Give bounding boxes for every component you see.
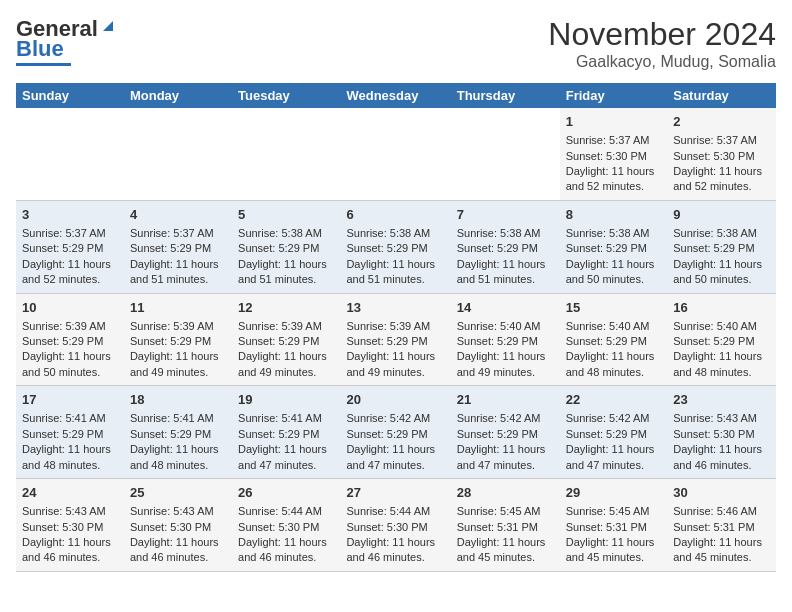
calendar-cell: 28Sunrise: 5:45 AMSunset: 5:31 PMDayligh… [451,479,560,572]
day-number: 8 [566,206,662,224]
sunrise-text: Sunrise: 5:42 AM [346,411,444,426]
sunset-text: Sunset: 5:29 PM [130,241,226,256]
sunrise-text: Sunrise: 5:45 AM [457,504,554,519]
calendar-cell: 21Sunrise: 5:42 AMSunset: 5:29 PMDayligh… [451,386,560,479]
title-area: November 2024 Gaalkacyo, Mudug, Somalia [548,16,776,71]
calendar-week-2: 3Sunrise: 5:37 AMSunset: 5:29 PMDaylight… [16,200,776,293]
calendar-cell: 1Sunrise: 5:37 AMSunset: 5:30 PMDaylight… [560,108,668,200]
daylight-text: Daylight: 11 hours and 52 minutes. [673,164,770,195]
day-number: 20 [346,391,444,409]
calendar-cell: 30Sunrise: 5:46 AMSunset: 5:31 PMDayligh… [667,479,776,572]
sunrise-text: Sunrise: 5:37 AM [22,226,118,241]
day-number: 24 [22,484,118,502]
sunrise-text: Sunrise: 5:38 AM [238,226,334,241]
sunrise-text: Sunrise: 5:39 AM [346,319,444,334]
day-number: 7 [457,206,554,224]
daylight-text: Daylight: 11 hours and 52 minutes. [22,257,118,288]
calendar-header: Sunday Monday Tuesday Wednesday Thursday… [16,83,776,108]
sunrise-text: Sunrise: 5:41 AM [22,411,118,426]
daylight-text: Daylight: 11 hours and 49 minutes. [238,349,334,380]
sunset-text: Sunset: 5:30 PM [346,520,444,535]
calendar-body: 1Sunrise: 5:37 AMSunset: 5:30 PMDaylight… [16,108,776,571]
day-number: 30 [673,484,770,502]
sunset-text: Sunset: 5:29 PM [566,427,662,442]
col-thursday: Thursday [451,83,560,108]
calendar-cell: 9Sunrise: 5:38 AMSunset: 5:29 PMDaylight… [667,200,776,293]
day-number: 5 [238,206,334,224]
sunset-text: Sunset: 5:29 PM [346,241,444,256]
sunrise-text: Sunrise: 5:39 AM [238,319,334,334]
calendar-cell: 29Sunrise: 5:45 AMSunset: 5:31 PMDayligh… [560,479,668,572]
day-number: 21 [457,391,554,409]
day-number: 10 [22,299,118,317]
daylight-text: Daylight: 11 hours and 49 minutes. [130,349,226,380]
calendar-cell [124,108,232,200]
day-number: 4 [130,206,226,224]
sunset-text: Sunset: 5:29 PM [673,241,770,256]
sunset-text: Sunset: 5:30 PM [673,427,770,442]
calendar-cell [451,108,560,200]
calendar-week-5: 24Sunrise: 5:43 AMSunset: 5:30 PMDayligh… [16,479,776,572]
sunrise-text: Sunrise: 5:39 AM [22,319,118,334]
calendar-cell: 11Sunrise: 5:39 AMSunset: 5:29 PMDayligh… [124,293,232,386]
calendar-cell: 17Sunrise: 5:41 AMSunset: 5:29 PMDayligh… [16,386,124,479]
calendar-cell [16,108,124,200]
sunset-text: Sunset: 5:29 PM [566,241,662,256]
calendar-week-4: 17Sunrise: 5:41 AMSunset: 5:29 PMDayligh… [16,386,776,479]
daylight-text: Daylight: 11 hours and 51 minutes. [457,257,554,288]
day-number: 14 [457,299,554,317]
header-row: Sunday Monday Tuesday Wednesday Thursday… [16,83,776,108]
day-number: 1 [566,113,662,131]
daylight-text: Daylight: 11 hours and 46 minutes. [346,535,444,566]
sunset-text: Sunset: 5:29 PM [457,427,554,442]
sunset-text: Sunset: 5:31 PM [566,520,662,535]
calendar-cell: 2Sunrise: 5:37 AMSunset: 5:30 PMDaylight… [667,108,776,200]
daylight-text: Daylight: 11 hours and 45 minutes. [566,535,662,566]
calendar-cell: 15Sunrise: 5:40 AMSunset: 5:29 PMDayligh… [560,293,668,386]
page-header: General Blue November 2024 Gaalkacyo, Mu… [16,16,776,71]
daylight-text: Daylight: 11 hours and 45 minutes. [673,535,770,566]
calendar-cell: 18Sunrise: 5:41 AMSunset: 5:29 PMDayligh… [124,386,232,479]
daylight-text: Daylight: 11 hours and 52 minutes. [566,164,662,195]
day-number: 23 [673,391,770,409]
day-number: 25 [130,484,226,502]
daylight-text: Daylight: 11 hours and 48 minutes. [130,442,226,473]
day-number: 29 [566,484,662,502]
daylight-text: Daylight: 11 hours and 51 minutes. [238,257,334,288]
sunrise-text: Sunrise: 5:38 AM [566,226,662,241]
day-number: 13 [346,299,444,317]
day-number: 11 [130,299,226,317]
sunset-text: Sunset: 5:29 PM [457,241,554,256]
sunset-text: Sunset: 5:29 PM [457,334,554,349]
logo: General Blue [16,16,117,66]
sunset-text: Sunset: 5:31 PM [457,520,554,535]
location-title: Gaalkacyo, Mudug, Somalia [548,53,776,71]
sunrise-text: Sunrise: 5:37 AM [130,226,226,241]
day-number: 26 [238,484,334,502]
calendar-cell [232,108,340,200]
sunset-text: Sunset: 5:30 PM [22,520,118,535]
day-number: 28 [457,484,554,502]
calendar-cell: 24Sunrise: 5:43 AMSunset: 5:30 PMDayligh… [16,479,124,572]
sunrise-text: Sunrise: 5:44 AM [238,504,334,519]
calendar-cell: 16Sunrise: 5:40 AMSunset: 5:29 PMDayligh… [667,293,776,386]
col-saturday: Saturday [667,83,776,108]
calendar-cell: 6Sunrise: 5:38 AMSunset: 5:29 PMDaylight… [340,200,450,293]
day-number: 17 [22,391,118,409]
sunset-text: Sunset: 5:30 PM [238,520,334,535]
day-number: 27 [346,484,444,502]
calendar-week-1: 1Sunrise: 5:37 AMSunset: 5:30 PMDaylight… [16,108,776,200]
daylight-text: Daylight: 11 hours and 46 minutes. [673,442,770,473]
col-sunday: Sunday [16,83,124,108]
daylight-text: Daylight: 11 hours and 47 minutes. [238,442,334,473]
sunrise-text: Sunrise: 5:37 AM [673,133,770,148]
calendar-cell: 26Sunrise: 5:44 AMSunset: 5:30 PMDayligh… [232,479,340,572]
daylight-text: Daylight: 11 hours and 50 minutes. [22,349,118,380]
col-tuesday: Tuesday [232,83,340,108]
sunset-text: Sunset: 5:29 PM [22,427,118,442]
sunrise-text: Sunrise: 5:43 AM [22,504,118,519]
calendar-cell: 5Sunrise: 5:38 AMSunset: 5:29 PMDaylight… [232,200,340,293]
col-friday: Friday [560,83,668,108]
daylight-text: Daylight: 11 hours and 49 minutes. [457,349,554,380]
calendar-cell: 19Sunrise: 5:41 AMSunset: 5:29 PMDayligh… [232,386,340,479]
